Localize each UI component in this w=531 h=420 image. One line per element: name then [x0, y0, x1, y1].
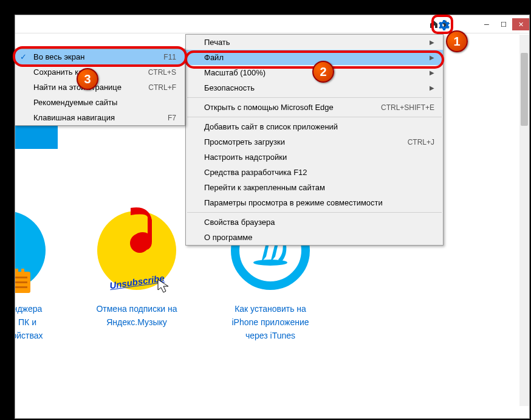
menu-item-find[interactable]: Найти на этой страницеCTRL+F — [15, 80, 185, 95]
menu-item-about[interactable]: О программе — [186, 230, 443, 245]
svg-rect-5 — [15, 281, 27, 283]
chevron-right-icon: ▶ — [430, 84, 434, 91]
svg-rect-3 — [21, 269, 24, 275]
tile-label: Отмена подписки на Яндекс.Музыку — [88, 302, 185, 329]
watermark: user-life.com — [476, 408, 525, 418]
menu-item-fullscreen[interactable]: ✓ Во весь экранF11 — [15, 49, 185, 64]
menu-item-addons[interactable]: Настроить надстройки — [186, 150, 443, 165]
chevron-right-icon: ▶ — [430, 54, 434, 61]
gear-highlight — [431, 15, 453, 34]
menu-item-caret[interactable]: Клавишная навигацияF7 — [15, 110, 185, 125]
tile-label: Как установить на iPhone приложение чере… — [222, 302, 319, 342]
menu-item-add-app[interactable]: Добавить сайт в список приложений — [186, 119, 443, 134]
menu-item-file[interactable]: Файл▶ — [186, 50, 443, 65]
menu-item-pinned[interactable]: Перейти к закрепленным сайтам — [186, 180, 443, 195]
tile-item[interactable]: Unsubscribe Отмена подписки на Яндекс.Му… — [88, 211, 185, 342]
maximize-button[interactable]: ☐ — [495, 18, 512, 30]
menu-item-compat[interactable]: Параметры просмотра в режиме совместимос… — [186, 195, 443, 210]
menu-item-f12[interactable]: Средства разработчика F12 — [186, 165, 443, 180]
chevron-right-icon: ▶ — [430, 39, 434, 46]
window-controls: ─ ☐ ✕ — [478, 18, 529, 30]
svg-rect-6 — [15, 286, 27, 288]
menu-item-print[interactable]: Печать▶ — [186, 35, 443, 50]
check-icon: ✓ — [20, 52, 27, 61]
scrollbar[interactable] — [519, 35, 529, 406]
minimize-button[interactable]: ─ — [478, 18, 495, 30]
scrollbar-thumb[interactable] — [521, 53, 528, 126]
badge-2: 2 — [312, 61, 334, 83]
gear-icon[interactable] — [439, 19, 450, 30]
blue-strip — [15, 122, 58, 149]
menu-item-properties[interactable]: Свойства браузера — [186, 215, 443, 230]
svg-rect-2 — [15, 269, 18, 275]
menu-separator — [187, 97, 442, 98]
menu-separator — [187, 117, 442, 117]
menu-item-saveas[interactable]: Сохранить как...CTRL+S — [15, 64, 185, 80]
close-button[interactable]: ✕ — [512, 18, 529, 30]
tile-label: нджера ПК и ойствах — [15, 302, 52, 342]
menu-item-open-edge[interactable]: Открыть с помощью Microsoft EdgeCTRL+SHI… — [186, 100, 443, 115]
badge-3: 3 — [77, 68, 98, 90]
menu-item-downloads[interactable]: Просмотреть загрузкиCTRL+J — [186, 134, 443, 150]
svg-point-8 — [253, 260, 287, 266]
chevron-right-icon: ▶ — [430, 69, 434, 76]
menu-item-security[interactable]: Безопасность▶ — [186, 80, 443, 95]
file-submenu: ✓ Во весь экранF11 Сохранить как...CTRL+… — [15, 49, 185, 126]
svg-point-7 — [130, 233, 149, 253]
menu-separator — [187, 212, 442, 213]
svg-rect-4 — [15, 277, 27, 278]
badge-1: 1 — [446, 30, 468, 52]
menu-item-suggested[interactable]: Рекомендуемые сайты — [15, 95, 185, 110]
tile-item[interactable]: нджера ПК и ойствах — [15, 211, 52, 342]
